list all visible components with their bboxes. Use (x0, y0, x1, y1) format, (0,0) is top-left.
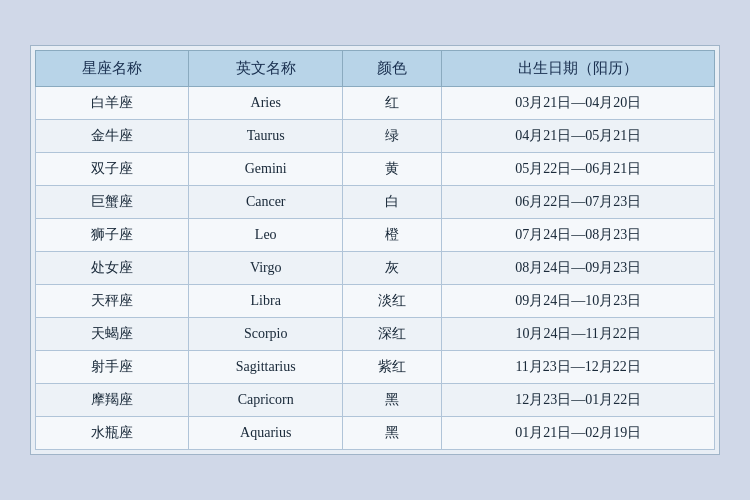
cell-dates: 08月24日—09月23日 (442, 252, 715, 285)
table-row: 狮子座Leo橙07月24日—08月23日 (36, 219, 715, 252)
cell-color: 红 (342, 87, 441, 120)
cell-chinese: 狮子座 (36, 219, 189, 252)
cell-chinese: 射手座 (36, 351, 189, 384)
table-row: 金牛座Taurus绿04月21日—05月21日 (36, 120, 715, 153)
cell-dates: 01月21日—02月19日 (442, 417, 715, 450)
cell-dates: 03月21日—04月20日 (442, 87, 715, 120)
cell-color: 橙 (342, 219, 441, 252)
cell-color: 淡红 (342, 285, 441, 318)
zodiac-table: 星座名称 英文名称 颜色 出生日期（阳历） 白羊座Aries红03月21日—04… (35, 50, 715, 450)
cell-dates: 11月23日—12月22日 (442, 351, 715, 384)
table-row: 巨蟹座Cancer白06月22日—07月23日 (36, 186, 715, 219)
cell-chinese: 巨蟹座 (36, 186, 189, 219)
col-header-color: 颜色 (342, 51, 441, 87)
cell-dates: 10月24日—11月22日 (442, 318, 715, 351)
zodiac-table-container: 星座名称 英文名称 颜色 出生日期（阳历） 白羊座Aries红03月21日—04… (30, 45, 720, 455)
cell-color: 绿 (342, 120, 441, 153)
cell-english: Cancer (189, 186, 342, 219)
cell-color: 白 (342, 186, 441, 219)
cell-dates: 04月21日—05月21日 (442, 120, 715, 153)
cell-chinese: 天蝎座 (36, 318, 189, 351)
table-row: 水瓶座Aquarius黑01月21日—02月19日 (36, 417, 715, 450)
cell-dates: 12月23日—01月22日 (442, 384, 715, 417)
cell-chinese: 天秤座 (36, 285, 189, 318)
cell-english: Gemini (189, 153, 342, 186)
table-row: 天秤座Libra淡红09月24日—10月23日 (36, 285, 715, 318)
cell-english: Sagittarius (189, 351, 342, 384)
cell-english: Leo (189, 219, 342, 252)
cell-chinese: 金牛座 (36, 120, 189, 153)
cell-english: Aquarius (189, 417, 342, 450)
cell-english: Aries (189, 87, 342, 120)
cell-color: 黑 (342, 384, 441, 417)
col-header-dates: 出生日期（阳历） (442, 51, 715, 87)
table-row: 双子座Gemini黄05月22日—06月21日 (36, 153, 715, 186)
cell-color: 深红 (342, 318, 441, 351)
cell-color: 黄 (342, 153, 441, 186)
cell-chinese: 处女座 (36, 252, 189, 285)
col-header-english: 英文名称 (189, 51, 342, 87)
cell-chinese: 白羊座 (36, 87, 189, 120)
cell-english: Scorpio (189, 318, 342, 351)
cell-chinese: 双子座 (36, 153, 189, 186)
cell-color: 黑 (342, 417, 441, 450)
table-row: 射手座Sagittarius紫红11月23日—12月22日 (36, 351, 715, 384)
col-header-chinese: 星座名称 (36, 51, 189, 87)
table-header-row: 星座名称 英文名称 颜色 出生日期（阳历） (36, 51, 715, 87)
cell-dates: 06月22日—07月23日 (442, 186, 715, 219)
cell-english: Capricorn (189, 384, 342, 417)
cell-english: Libra (189, 285, 342, 318)
cell-dates: 07月24日—08月23日 (442, 219, 715, 252)
cell-color: 灰 (342, 252, 441, 285)
cell-color: 紫红 (342, 351, 441, 384)
cell-dates: 09月24日—10月23日 (442, 285, 715, 318)
cell-english: Virgo (189, 252, 342, 285)
table-row: 摩羯座Capricorn黑12月23日—01月22日 (36, 384, 715, 417)
table-row: 处女座Virgo灰08月24日—09月23日 (36, 252, 715, 285)
table-body: 白羊座Aries红03月21日—04月20日金牛座Taurus绿04月21日—0… (36, 87, 715, 450)
cell-english: Taurus (189, 120, 342, 153)
cell-chinese: 水瓶座 (36, 417, 189, 450)
cell-chinese: 摩羯座 (36, 384, 189, 417)
table-row: 天蝎座Scorpio深红10月24日—11月22日 (36, 318, 715, 351)
table-row: 白羊座Aries红03月21日—04月20日 (36, 87, 715, 120)
cell-dates: 05月22日—06月21日 (442, 153, 715, 186)
